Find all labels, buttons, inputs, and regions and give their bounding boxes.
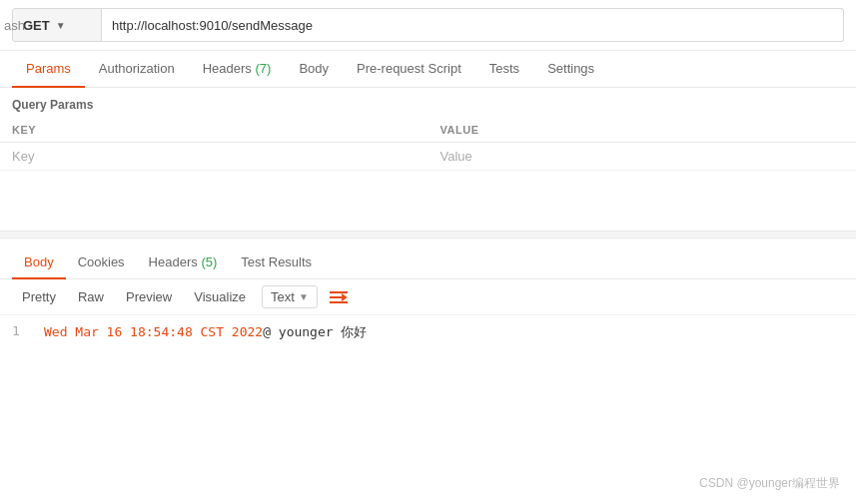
value-cell[interactable]: Value: [428, 143, 857, 171]
response-date: Wed Mar 16 18:54:48 CST 2022: [44, 324, 263, 339]
key-cell[interactable]: Key: [0, 143, 428, 171]
response-tab-headers[interactable]: Headers (5): [137, 247, 230, 279]
response-headers-badge: (5): [201, 254, 217, 269]
value-column-header: VALUE: [428, 118, 857, 143]
watermark: CSDN @younger编程世界: [699, 475, 840, 492]
key-column-header: KEY: [0, 118, 428, 143]
response-tab-body[interactable]: Body: [12, 247, 66, 279]
type-dropdown-chevron: ▼: [299, 291, 309, 302]
left-hash: ash: [0, 16, 29, 35]
method-chevron: ▼: [56, 20, 66, 31]
visualize-button[interactable]: Visualize: [184, 285, 256, 308]
table-row: Key Value: [0, 143, 856, 171]
response-tab-cookies[interactable]: Cookies: [66, 247, 137, 279]
response-line-1: 1 Wed Mar 16 18:54:48 CST 2022@ younger …: [12, 323, 844, 341]
url-input[interactable]: [102, 8, 844, 42]
tab-tests[interactable]: Tests: [475, 51, 533, 88]
response-chinese: 你好: [341, 324, 367, 339]
response-separator: @ younger: [263, 324, 341, 339]
tab-prerequest[interactable]: Pre-request Script: [343, 51, 475, 88]
wrap-icon[interactable]: [328, 288, 350, 306]
tab-params[interactable]: Params: [12, 51, 85, 88]
raw-button[interactable]: Raw: [68, 285, 114, 308]
request-bar: GET ▼: [0, 0, 856, 51]
query-params-table: KEY VALUE Key Value: [0, 118, 856, 171]
panel-divider: [0, 231, 856, 239]
type-dropdown-label: Text: [271, 289, 295, 304]
tab-settings[interactable]: Settings: [533, 51, 608, 88]
query-params-section-header: Query Params: [0, 88, 856, 118]
headers-badge: (7): [255, 61, 271, 76]
request-tabs: Params Authorization Headers (7) Body Pr…: [0, 51, 856, 88]
line-number-1: 1: [12, 323, 28, 338]
tab-body[interactable]: Body: [285, 51, 343, 88]
tab-authorization[interactable]: Authorization: [85, 51, 189, 88]
preview-button[interactable]: Preview: [116, 285, 182, 308]
response-tab-testresults[interactable]: Test Results: [229, 247, 324, 279]
type-dropdown[interactable]: Text ▼: [262, 285, 318, 308]
response-tabs: Body Cookies Headers (5) Test Results: [0, 247, 856, 279]
response-body: 1 Wed Mar 16 18:54:48 CST 2022@ younger …: [0, 315, 856, 375]
pretty-button[interactable]: Pretty: [12, 285, 66, 308]
format-bar: Pretty Raw Preview Visualize Text ▼: [0, 279, 856, 315]
tab-headers[interactable]: Headers (7): [189, 51, 286, 88]
line-content-1: Wed Mar 16 18:54:48 CST 2022@ younger 你好: [44, 323, 367, 341]
